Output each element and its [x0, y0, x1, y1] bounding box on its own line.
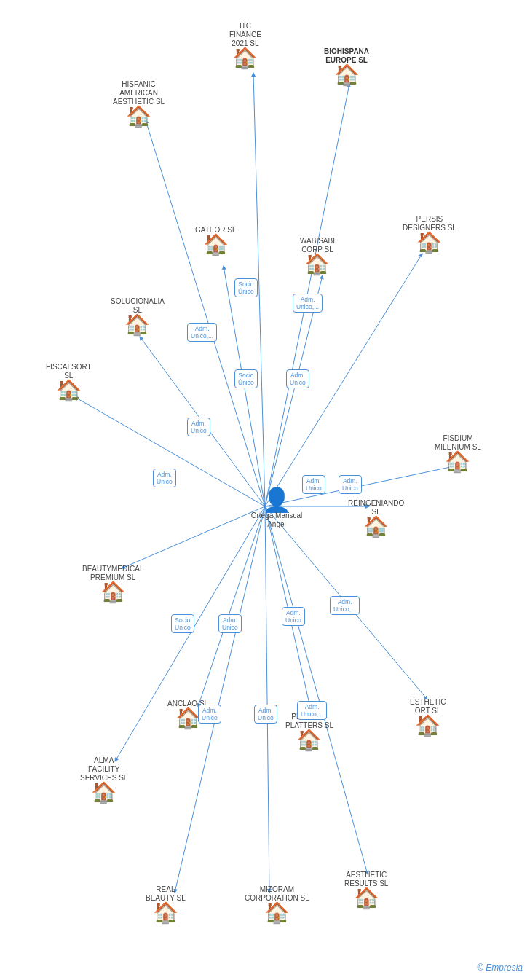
label-itc: ITCFINANCE2021 SL [229, 22, 261, 48]
building-icon-reingeniando: 🏠 [363, 517, 389, 537]
node-itc[interactable]: ITCFINANCE2021 SL 🏠 [229, 22, 261, 68]
badge-adm-unico-pp2[interactable]: Adm.Unico,... [330, 596, 360, 615]
node-persis[interactable]: PERSISDESIGNERS SL 🏠 [403, 215, 456, 253]
node-gateor[interactable]: GATEOR SL 🏠 [195, 226, 237, 255]
badge-socio-unico-beautymedical[interactable]: SocioÚnico [171, 614, 194, 633]
building-icon-realbeauty: 🏠 [153, 903, 178, 923]
node-biohispana[interactable]: BIOHISPANAEUROPE SL 🏠 [324, 47, 369, 85]
building-icon-perfectplatters: 🏠 [296, 730, 322, 750]
badge-adm-unico-platters[interactable]: Adm.Unico,... [297, 701, 327, 720]
label-reingeniando: REINGENIANDOSL [348, 499, 404, 517]
building-icon-persis: 🏠 [416, 232, 442, 253]
badge-adm-unico-reingeniando2[interactable]: Adm.Unico [339, 475, 362, 494]
node-fisdium[interactable]: FISDIUMMILENIUM SL 🏠 [435, 434, 481, 472]
label-alma: ALMAFACILITYSERVICES SL [80, 756, 127, 783]
node-aesthetic-results[interactable]: AESTHETICRESULTS SL 🏠 [344, 871, 388, 909]
node-realbeauty[interactable]: REALBEAUTY SL 🏠 [146, 885, 186, 923]
badge-adm-unico-mizoram[interactable]: Adm.Unico [254, 705, 277, 724]
svg-line-17 [265, 506, 368, 874]
badge-adm-unico-pp1[interactable]: Adm.Unico [282, 607, 305, 626]
watermark: © Empresia [477, 963, 523, 973]
building-icon-biohispana: 🏠 [334, 65, 360, 85]
badge-socio-unico-2[interactable]: SocioÚnico [234, 369, 258, 388]
badge-adm-unico-fiscalsort[interactable]: Adm.Unico [187, 418, 210, 436]
building-icon-beautymedical: 🏠 [100, 582, 126, 603]
label-esthetic: ESTHETICORT SL [410, 698, 446, 716]
svg-line-16 [265, 506, 269, 893]
watermark-text: © Empresia [477, 963, 523, 973]
building-icon-itc: 🏠 [232, 48, 258, 68]
badge-adm-unico-reingeniando1[interactable]: Adm.Unico [302, 475, 325, 494]
badge-adm-unico-beautymedical[interactable]: Adm.Unico [218, 614, 242, 633]
person-icon: 👤 [262, 488, 291, 511]
label-hispanic: HISPANICAMERICANAESTHETIC SL [113, 80, 165, 106]
label-beautymedical: BEAUTYMEDICALPREMIUM SL [82, 565, 143, 582]
center-label: Ortega Mariscal Angel [244, 511, 309, 529]
center-node[interactable]: 👤 Ortega Mariscal Angel [244, 488, 309, 529]
badge-adm-unico-center[interactable]: Adm.Unico [153, 469, 176, 487]
node-reingeniando[interactable]: REINGENIANDOSL 🏠 [348, 499, 404, 537]
building-icon-alma: 🏠 [91, 783, 116, 803]
badge-adm-unico-wabisabi1[interactable]: Adm.Unico,... [293, 294, 323, 313]
node-alma[interactable]: ALMAFACILITYSERVICES SL 🏠 [80, 756, 127, 803]
node-hispanic[interactable]: HISPANICAMERICANAESTHETIC SL 🏠 [113, 80, 165, 127]
building-icon-gateor: 🏠 [203, 235, 229, 255]
node-wabisabi[interactable]: WABISABICORP SL 🏠 [300, 237, 335, 275]
label-wabisabi: WABISABICORP SL [300, 237, 335, 254]
badge-adm-unico-anclao[interactable]: Adm.Unico [198, 705, 221, 724]
node-fiscalsort[interactable]: FISCALSORTSL 🏠 [46, 363, 92, 401]
node-beautymedical[interactable]: BEAUTYMEDICALPREMIUM SL 🏠 [82, 565, 143, 603]
label-persis: PERSISDESIGNERS SL [403, 215, 456, 232]
badge-adm-unico-wabisabi2[interactable]: Adm.Unico [286, 369, 309, 388]
label-solucionalia: SOLUCIONALIASL [111, 297, 165, 315]
label-biohispana: BIOHISPANAEUROPE SL [324, 47, 369, 65]
node-mizoram[interactable]: MIZORAMCORPORATION SL 🏠 [245, 885, 309, 923]
building-icon-hispanic: 🏠 [126, 106, 151, 127]
node-solucionalia[interactable]: SOLUCIONALIASL 🏠 [111, 297, 165, 335]
building-icon-fisdium: 🏠 [445, 452, 470, 472]
badge-adm-unico-solucionalia[interactable]: Adm.Unico,... [187, 323, 217, 342]
label-realbeauty: REALBEAUTY SL [146, 885, 186, 903]
building-icon-esthetic: 🏠 [415, 716, 440, 736]
badge-socio-unico-1[interactable]: SocioÚnico [234, 278, 258, 297]
node-esthetic[interactable]: ESTHETICORT SL 🏠 [410, 698, 446, 736]
svg-line-7 [75, 397, 265, 506]
building-icon-wabisabi: 🏠 [304, 254, 330, 275]
label-mizoram: MIZORAMCORPORATION SL [245, 885, 309, 903]
building-icon-fiscalsort: 🏠 [56, 380, 82, 401]
diagram-container: 👤 Ortega Mariscal Angel ITCFINANCE2021 S… [0, 0, 530, 980]
label-fiscalsort: FISCALSORTSL [46, 363, 92, 380]
building-icon-solucionalia: 🏠 [124, 315, 150, 335]
svg-line-11 [198, 506, 265, 707]
building-icon-aesthetic-results: 🏠 [354, 888, 379, 909]
label-aesthetic-results: AESTHETICRESULTS SL [344, 871, 388, 888]
building-icon-mizoram: 🏠 [264, 903, 290, 923]
label-fisdium: FISDIUMMILENIUM SL [435, 434, 481, 452]
building-icon-anclao: 🏠 [175, 708, 201, 729]
